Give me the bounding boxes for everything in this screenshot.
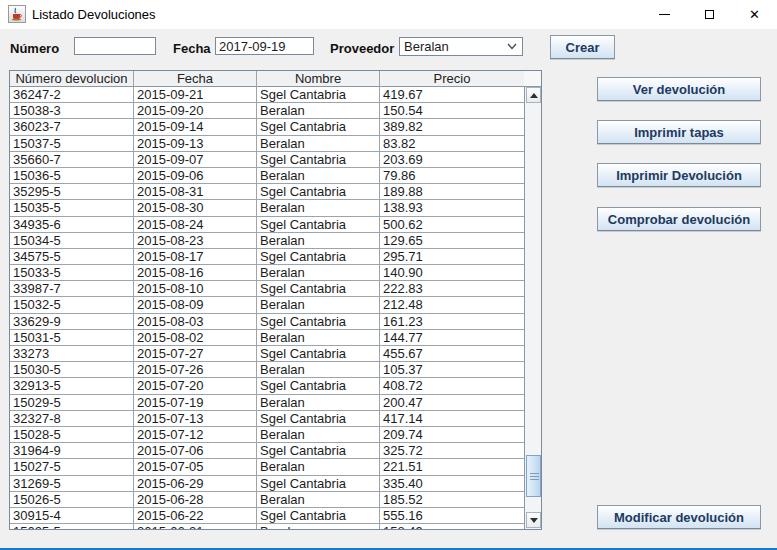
maximize-button[interactable] xyxy=(687,0,732,29)
table-cell[interactable]: 36023-7 xyxy=(10,119,134,135)
column-header[interactable]: Número devolucion xyxy=(10,71,134,87)
table-cell[interactable]: 15025-5 xyxy=(10,524,134,529)
table-cell[interactable]: 2015-08-16 xyxy=(134,265,257,281)
table-cell[interactable]: 2015-09-07 xyxy=(134,152,257,168)
table-cell[interactable]: 150.54 xyxy=(380,103,524,119)
table-cell[interactable]: Sgel Cantabria xyxy=(257,249,380,265)
table-cell[interactable]: 15036-5 xyxy=(10,168,134,184)
table-row[interactable]: 36023-72015-09-14Sgel Cantabria389.82 xyxy=(10,119,524,135)
table-cell[interactable]: Beralan xyxy=(257,168,380,184)
table-cell[interactable]: Beralan xyxy=(257,427,380,443)
table-cell[interactable]: 2015-07-13 xyxy=(134,411,257,427)
column-header[interactable]: Precio xyxy=(380,71,524,87)
table-cell[interactable]: 221.51 xyxy=(380,459,524,475)
table-row[interactable]: 34575-52015-08-17Sgel Cantabria295.71 xyxy=(10,249,524,265)
table-cell[interactable]: 2015-08-30 xyxy=(134,200,257,216)
table-row[interactable]: 15030-52015-07-26Beralan105.37 xyxy=(10,362,524,378)
table-cell[interactable]: Sgel Cantabria xyxy=(257,152,380,168)
table-cell[interactable]: 2015-07-27 xyxy=(134,346,257,362)
table-cell[interactable]: 2015-08-10 xyxy=(134,281,257,297)
table-cell[interactable]: 500.62 xyxy=(380,217,524,233)
table-cell[interactable]: 222.83 xyxy=(380,281,524,297)
table-cell[interactable]: 161.23 xyxy=(380,314,524,330)
table-cell[interactable]: 15028-5 xyxy=(10,427,134,443)
table-cell[interactable]: Sgel Cantabria xyxy=(257,184,380,200)
table-cell[interactable]: Beralan xyxy=(257,297,380,313)
table-cell[interactable]: 417.14 xyxy=(380,411,524,427)
table-cell[interactable]: Sgel Cantabria xyxy=(257,314,380,330)
table-cell[interactable]: Beralan xyxy=(257,233,380,249)
table-cell[interactable]: 32327-8 xyxy=(10,411,134,427)
table-cell[interactable]: 2015-07-06 xyxy=(134,443,257,459)
table-cell[interactable]: 408.72 xyxy=(380,378,524,394)
table-cell[interactable]: 2015-09-06 xyxy=(134,168,257,184)
table-row[interactable]: 32913-52015-07-20Sgel Cantabria408.72 xyxy=(10,378,524,394)
table-row[interactable]: 15035-52015-08-30Beralan138.93 xyxy=(10,200,524,216)
table-cell[interactable]: 419.67 xyxy=(380,87,524,103)
table-cell[interactable]: 2015-08-23 xyxy=(134,233,257,249)
table-cell[interactable]: 36247-2 xyxy=(10,87,134,103)
table-row[interactable]: 15038-32015-09-20Beralan150.54 xyxy=(10,103,524,119)
table-cell[interactable]: 32913-5 xyxy=(10,378,134,394)
table-cell[interactable]: 2015-08-02 xyxy=(134,330,257,346)
table-cell[interactable]: 2015-06-22 xyxy=(134,508,257,524)
table-cell[interactable]: 2015-08-17 xyxy=(134,249,257,265)
table-cell[interactable]: 2015-09-14 xyxy=(134,119,257,135)
table-cell[interactable]: 79.86 xyxy=(380,168,524,184)
table-cell[interactable]: 185.52 xyxy=(380,492,524,508)
table-row[interactable]: 30915-42015-06-22Sgel Cantabria555.16 xyxy=(10,508,524,524)
table-row[interactable]: 33629-92015-08-03Sgel Cantabria161.23 xyxy=(10,314,524,330)
table-row[interactable]: 15027-52015-07-05Beralan221.51 xyxy=(10,459,524,475)
table-cell[interactable]: Sgel Cantabria xyxy=(257,119,380,135)
table-row[interactable]: 35660-72015-09-07Sgel Cantabria203.69 xyxy=(10,152,524,168)
table-cell[interactable]: 200.47 xyxy=(380,395,524,411)
column-header[interactable]: Nombre xyxy=(257,71,380,87)
imprimir-devolucion-button[interactable]: Imprimir Devolución xyxy=(597,163,761,187)
table-cell[interactable]: Beralan xyxy=(257,136,380,152)
table-cell[interactable]: 325.72 xyxy=(380,443,524,459)
table-cell[interactable]: Sgel Cantabria xyxy=(257,281,380,297)
table-cell[interactable]: 35295-5 xyxy=(10,184,134,200)
table-cell[interactable]: 2015-08-24 xyxy=(134,217,257,233)
table-cell[interactable]: 158.49 xyxy=(380,524,524,529)
table-row[interactable]: 15031-52015-08-02Beralan144.77 xyxy=(10,330,524,346)
table-cell[interactable]: Beralan xyxy=(257,103,380,119)
table-cell[interactable]: 2015-09-21 xyxy=(134,87,257,103)
table-row[interactable]: 15036-52015-09-06Beralan79.86 xyxy=(10,168,524,184)
comprobar-devolucion-button[interactable]: Comprobar devolución xyxy=(597,207,761,231)
table-cell[interactable]: Beralan xyxy=(257,200,380,216)
table-cell[interactable]: Sgel Cantabria xyxy=(257,217,380,233)
table-cell[interactable]: Sgel Cantabria xyxy=(257,476,380,492)
table-row[interactable]: 15029-52015-07-19Beralan200.47 xyxy=(10,395,524,411)
table-row[interactable]: 15032-52015-08-09Beralan212.48 xyxy=(10,297,524,313)
imprimir-tapas-button[interactable]: Imprimir tapas xyxy=(597,120,761,144)
table-cell[interactable]: 140.90 xyxy=(380,265,524,281)
table-row[interactable]: 15025-52015-06-21Beralan158.49 xyxy=(10,524,524,529)
table-row[interactable]: 15028-52015-07-12Beralan209.74 xyxy=(10,427,524,443)
table-cell[interactable]: 203.69 xyxy=(380,152,524,168)
table-row[interactable]: 15037-52015-09-13Beralan83.82 xyxy=(10,136,524,152)
scroll-down-button[interactable] xyxy=(526,512,541,528)
table-cell[interactable]: 15030-5 xyxy=(10,362,134,378)
table-cell[interactable]: 34575-5 xyxy=(10,249,134,265)
close-button[interactable]: ✕ xyxy=(732,0,777,29)
table-cell[interactable]: Beralan xyxy=(257,492,380,508)
table-cell[interactable]: 2015-07-26 xyxy=(134,362,257,378)
title-bar[interactable]: Listado Devoluciones ✕ xyxy=(0,0,777,29)
table-cell[interactable]: Sgel Cantabria xyxy=(257,378,380,394)
table-cell[interactable]: 2015-07-05 xyxy=(134,459,257,475)
table-cell[interactable]: 15027-5 xyxy=(10,459,134,475)
table-cell[interactable]: 15033-5 xyxy=(10,265,134,281)
table-cell[interactable]: 83.82 xyxy=(380,136,524,152)
table-cell[interactable]: 2015-07-20 xyxy=(134,378,257,394)
table-row[interactable]: 33987-72015-08-10Sgel Cantabria222.83 xyxy=(10,281,524,297)
ver-devolucion-button[interactable]: Ver devolución xyxy=(597,77,761,101)
table-cell[interactable]: 31964-9 xyxy=(10,443,134,459)
table-cell[interactable]: Beralan xyxy=(257,395,380,411)
crear-button[interactable]: Crear xyxy=(550,35,615,59)
proveedor-select[interactable]: Beralan xyxy=(399,37,523,56)
table-cell[interactable]: 209.74 xyxy=(380,427,524,443)
column-header[interactable]: Fecha xyxy=(134,71,257,87)
table-cell[interactable]: 15026-5 xyxy=(10,492,134,508)
table-cell[interactable]: 144.77 xyxy=(380,330,524,346)
